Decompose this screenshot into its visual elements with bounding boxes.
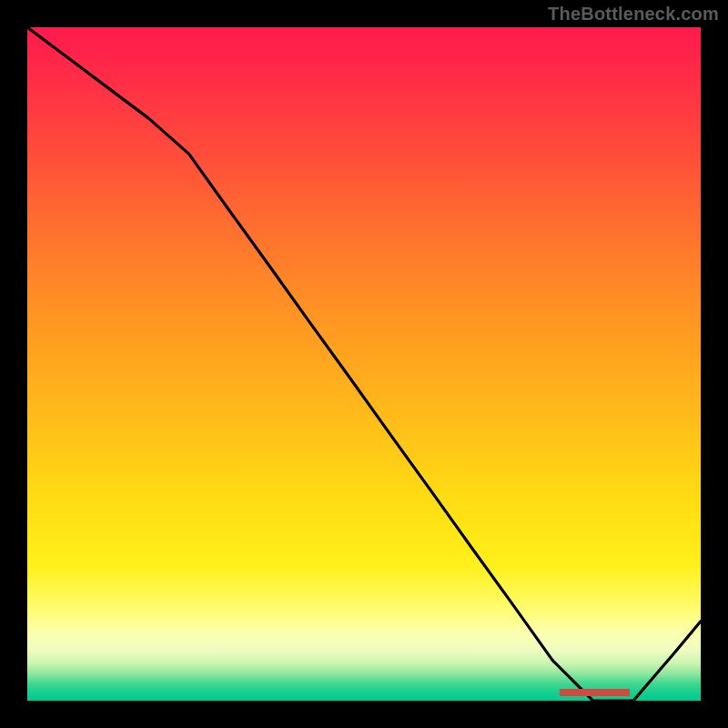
watermark-text: TheBottleneck.com [548,4,719,25]
chart-frame: TheBottleneck.com [0,0,728,728]
optimal-range-marker [560,689,631,696]
plot-svg [27,27,701,701]
gradient-background [27,27,701,701]
plot-area [27,27,701,701]
